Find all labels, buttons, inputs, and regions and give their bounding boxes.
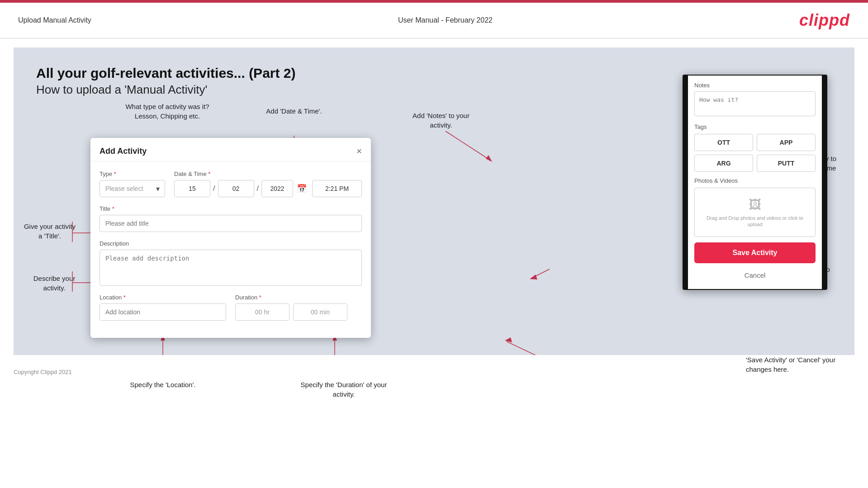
tags-section-label: Tags <box>694 123 816 130</box>
type-select[interactable]: Please select <box>100 180 165 197</box>
row-location-duration: Location * Duration * <box>100 294 362 321</box>
annot-activity-type: What type of activity was it? Lesson, Ch… <box>118 102 217 121</box>
duration-inputs <box>235 303 362 321</box>
date-sep-1: / <box>212 185 216 193</box>
calendar-icon[interactable]: 📅 <box>297 184 307 194</box>
logo: clippd <box>799 11 850 30</box>
svg-line-18 <box>507 341 554 355</box>
close-dialog-button[interactable]: × <box>356 146 362 156</box>
svg-marker-19 <box>505 337 512 342</box>
description-label: Description <box>100 240 362 247</box>
annot-save: 'Save Activity' or 'Cancel' your changes… <box>746 355 841 374</box>
footer: Copyright Clippd 2021 <box>0 364 868 380</box>
location-required: * <box>123 294 126 301</box>
type-label: Type * <box>100 171 165 177</box>
annot-duration: Specify the 'Duration' of your activity. <box>294 380 394 399</box>
add-activity-dialog: Add Activity × Type * Please select ▾ <box>90 138 371 338</box>
notes-textarea[interactable] <box>694 91 816 116</box>
title-group: Title * <box>100 205 362 232</box>
type-group: Type * Please select ▾ <box>100 171 165 197</box>
tag-ott[interactable]: OTT <box>694 134 753 151</box>
svg-line-14 <box>446 131 491 161</box>
tags-grid: OTT APP ARG PUTT <box>694 134 816 172</box>
main-content: All your golf-relevant activities... (Pa… <box>14 47 854 355</box>
date-month-input[interactable] <box>218 180 254 197</box>
copyright-text: Copyright Clippd 2021 <box>14 369 72 375</box>
annot-date-time: Add 'Date & Time'. <box>253 106 335 116</box>
annot-notes: Add 'Notes' to your activity. <box>403 111 479 130</box>
date-day-input[interactable] <box>174 180 210 197</box>
duration-min-input[interactable] <box>293 303 347 321</box>
duration-required: * <box>259 294 261 301</box>
phone-inner: Notes Tags OTT APP ARG PUTT Photos & Vid… <box>688 76 822 289</box>
datetime-required: * <box>208 171 210 177</box>
annot-title: Give your activity a 'Title'. <box>23 222 77 241</box>
description-group: Description <box>100 240 362 286</box>
date-sep-2: / <box>256 185 260 193</box>
date-time-row: / / 📅 <box>174 180 362 197</box>
dialog-body: Type * Please select ▾ Date & Time * <box>90 161 371 338</box>
title-required: * <box>112 205 114 212</box>
header: Upload Manual Activity User Manual - Feb… <box>0 3 868 38</box>
duration-group: Duration * <box>235 294 362 321</box>
dialog-title: Add Activity <box>100 147 147 156</box>
tag-arg[interactable]: ARG <box>694 155 753 172</box>
duration-label: Duration * <box>235 294 362 301</box>
header-center: User Manual - February 2022 <box>398 16 493 24</box>
description-input[interactable] <box>100 250 362 286</box>
notes-section-label: Notes <box>694 82 816 89</box>
type-select-wrapper: Please select ▾ <box>100 180 165 197</box>
tag-putt[interactable]: PUTT <box>757 155 816 172</box>
title-input[interactable] <box>100 215 362 232</box>
photos-drop-text: Drag and Drop photos and videos or click… <box>707 215 803 227</box>
row-type-datetime: Type * Please select ▾ Date & Time * <box>100 171 362 197</box>
tag-app[interactable]: APP <box>757 134 816 151</box>
save-activity-button[interactable]: Save Activity <box>694 242 816 263</box>
title-label: Title * <box>100 205 362 212</box>
annot-location: Specify the 'Location'. <box>122 380 204 389</box>
type-required: * <box>114 171 116 177</box>
phone-screen: Notes Tags OTT APP ARG PUTT Photos & Vid… <box>683 75 827 290</box>
location-label: Location * <box>100 294 226 301</box>
photos-dropzone[interactable]: 🖼 Drag and Drop photos and videos or cli… <box>694 188 816 237</box>
svg-marker-17 <box>530 275 537 280</box>
datetime-label: Date & Time * <box>174 171 362 177</box>
header-left: Upload Manual Activity <box>18 16 91 24</box>
location-input[interactable] <box>100 303 226 321</box>
datetime-group: Date & Time * / / 📅 <box>174 171 362 197</box>
annot-description: Describe your activity. <box>27 274 81 293</box>
date-year-input[interactable] <box>261 180 293 197</box>
svg-line-16 <box>531 269 550 278</box>
svg-marker-15 <box>486 155 492 162</box>
photo-upload-icon: 🖼 <box>699 197 811 212</box>
phone-panel: Notes Tags OTT APP ARG PUTT Photos & Vid… <box>683 75 827 290</box>
time-input[interactable] <box>312 180 362 197</box>
location-group: Location * <box>100 294 226 321</box>
duration-hr-input[interactable] <box>235 303 289 321</box>
dialog-header: Add Activity × <box>90 138 371 161</box>
photos-section-label: Photos & Videos <box>694 177 816 184</box>
cancel-button[interactable]: Cancel <box>741 268 769 283</box>
